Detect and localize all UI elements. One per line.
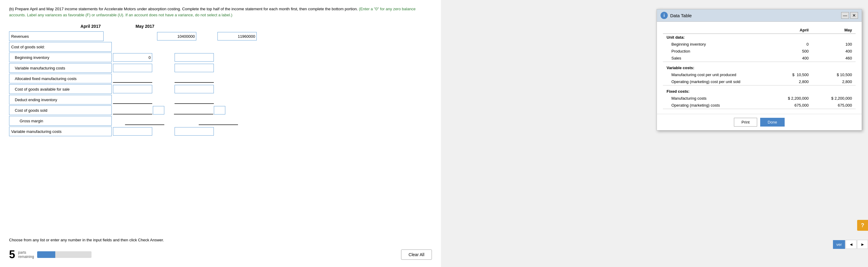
deduct-ending-label: Deduct ending inventory: [9, 95, 112, 105]
production-april-value: 500: [769, 48, 812, 55]
panel-controls: — ✕: [841, 12, 858, 19]
mfg-cost-april-value: $ 10,500: [769, 71, 812, 78]
variable-mfg-costs2-row: Variable manufacturing costs: [9, 126, 257, 137]
cogs-available-may-input[interactable]: [175, 85, 214, 93]
variable-mfg2-april-input[interactable]: [113, 127, 152, 136]
footer: Choose from any list or enter any number…: [0, 238, 441, 261]
fixed-operating-costs-label: Operating (marketing) costs: [663, 102, 769, 109]
next-button[interactable]: ►: [857, 240, 868, 249]
data-table-panel: i Data Table — ✕ April May U: [657, 9, 862, 130]
ver-button[interactable]: ver: [833, 240, 845, 249]
revenues-may-input[interactable]: [217, 32, 257, 40]
cogs-available-label: Cost of goods available for sale: [9, 84, 112, 94]
variable-costs-label: Variable costs:: [663, 64, 769, 71]
parts-number: 5: [9, 248, 15, 261]
gross-margin-may-input[interactable]: [199, 117, 238, 125]
sales-label: Sales: [663, 55, 769, 62]
cost-of-goods-sold-row: Cost of goods sold: [9, 105, 257, 115]
sales-data-row: Sales 400 460: [663, 55, 856, 62]
progress-bar: [37, 251, 92, 258]
fixed-operating-may-value: 675,000: [812, 102, 856, 109]
fixed-mfg-april-value: $ 2,200,000: [769, 95, 812, 102]
panel-footer: Print Done: [657, 114, 862, 130]
main-content: (b) Prepare April and May 2017 income st…: [0, 0, 441, 267]
allocated-fixed-mfg-row: Allocated fixed manufacturing costs: [9, 73, 257, 84]
cogs-april-input[interactable]: [113, 106, 152, 115]
revenues-row: Revenues: [9, 31, 257, 41]
allocated-fixed-may-input[interactable]: [175, 74, 214, 83]
beginning-inventory-data-label: Beginning inventory: [663, 41, 769, 48]
info-icon: i: [660, 12, 668, 19]
operating-cost-per-unit-label: Operating (marketing) cost per unit sold: [663, 78, 769, 86]
may-column-header: May: [812, 27, 856, 33]
fixed-mfg-costs-row: Manufacturing costs $ 2,200,000 $ 2,200,…: [663, 95, 856, 102]
prev-button[interactable]: ◄: [846, 240, 857, 249]
operating-cost-per-unit-row: Operating (marketing) cost per unit sold…: [663, 78, 856, 86]
cogs-available-april-input[interactable]: [113, 85, 152, 93]
nav-arrows: ver ◄ ►: [833, 240, 868, 249]
panel-header: i Data Table — ✕: [657, 9, 862, 22]
production-may-value: 400: [812, 48, 856, 55]
print-button[interactable]: Print: [734, 118, 757, 126]
beginning-inventory-april-value: 0: [769, 41, 812, 48]
deduct-ending-inventory-row: Deduct ending inventory: [9, 94, 257, 105]
gross-margin-label: Gross margin: [9, 116, 112, 126]
cogs-header-label: Cost of goods sold:: [9, 42, 112, 52]
footer-bottom: 5 parts remaining Clear All: [9, 248, 432, 261]
mfg-cost-per-unit-label: Manufacturing cost per unit produced: [663, 71, 769, 78]
production-label: Production: [663, 48, 769, 55]
allocated-fixed-mfg-label: Allocated fixed manufacturing costs: [9, 74, 112, 83]
panel-header-left: i Data Table: [660, 12, 692, 19]
fixed-mfg-may-value: $ 2,200,000: [812, 95, 856, 102]
april-column-header: April: [769, 27, 812, 33]
minimize-button[interactable]: —: [841, 12, 849, 19]
fixed-mfg-costs-label: Manufacturing costs: [663, 95, 769, 102]
fixed-costs-label: Fixed costs:: [663, 88, 769, 95]
revenues-april-input[interactable]: [157, 32, 196, 40]
beginning-inventory-row: Beginning inventory: [9, 52, 257, 62]
sales-april-value: 400: [769, 55, 812, 62]
revenues-label: Revenues: [9, 31, 103, 41]
cogs-header-row: Cost of goods sold:: [9, 42, 257, 52]
footer-instruction: Choose from any list or enter any number…: [9, 238, 432, 242]
variable-mfg-costs-row: Variable manufacturing costs: [9, 63, 257, 73]
deduct-ending-april-input[interactable]: [113, 95, 152, 104]
cogs-april-small-input[interactable]: [153, 106, 164, 115]
help-button[interactable]: ?: [857, 220, 868, 231]
unit-data-label: Unit data:: [663, 34, 769, 41]
variable-mfg-costs-label: Variable manufacturing costs: [9, 63, 112, 73]
panel-title: Data Table: [670, 13, 692, 18]
fixed-operating-april-value: 675,000: [769, 102, 812, 109]
variable-mfg-april-input[interactable]: [113, 64, 152, 72]
cogs-may-small-input[interactable]: [214, 106, 225, 115]
instructions: (b) Prepare April and May 2017 income st…: [9, 6, 432, 18]
allocated-fixed-april-input[interactable]: [113, 74, 152, 83]
beginning-inventory-data-row: Beginning inventory 0 100: [663, 41, 856, 48]
clear-all-button[interactable]: Clear All: [401, 249, 432, 260]
parts-label: parts remaining: [18, 250, 34, 259]
production-data-row: Production 500 400: [663, 48, 856, 55]
beginning-inventory-label: Beginning inventory: [9, 53, 112, 62]
deduct-ending-may-input[interactable]: [175, 95, 214, 104]
done-button[interactable]: Done: [760, 118, 785, 126]
beginning-inventory-may-value: 100: [812, 41, 856, 48]
gross-margin-row: Gross margin: [9, 116, 257, 126]
april-header: April 2017: [63, 24, 118, 29]
variable-mfg-costs2-label: Variable manufacturing costs: [9, 126, 112, 136]
parts-remaining: 5 parts remaining: [9, 248, 92, 261]
income-statement-form: Revenues Cost of goods sold: Beginning i…: [9, 31, 257, 137]
cost-of-goods-sold-label: Cost of goods sold: [9, 106, 112, 115]
mfg-cost-per-unit-row: Manufacturing cost per unit produced $ 1…: [663, 71, 856, 78]
panel-content: April May Unit data: Beginning inventory…: [657, 22, 862, 114]
operating-cost-may-value: 2,800: [812, 78, 856, 86]
variable-mfg-may-input[interactable]: [175, 64, 214, 72]
data-table: April May Unit data: Beginning inventory…: [663, 27, 856, 109]
cogs-may-input[interactable]: [174, 106, 213, 115]
beginning-inventory-may-input[interactable]: [175, 53, 214, 62]
close-button[interactable]: ✕: [850, 12, 858, 19]
instruction-main: (b) Prepare April and May 2017 income st…: [9, 7, 358, 11]
beginning-inventory-april-input[interactable]: [113, 53, 152, 62]
gross-margin-april-input[interactable]: [125, 117, 164, 125]
variable-mfg2-may-input[interactable]: [175, 127, 214, 136]
may-header: May 2017: [118, 24, 172, 29]
